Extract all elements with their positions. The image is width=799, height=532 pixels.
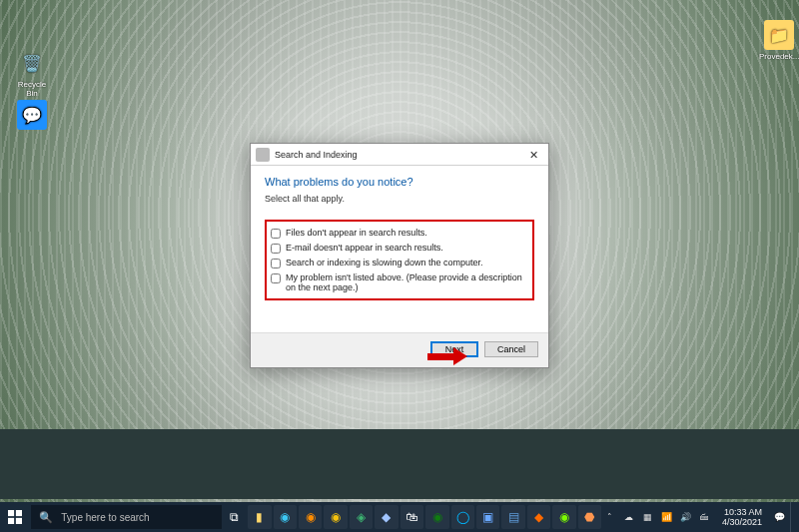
taskbar-app-10[interactable]: ▣	[476, 505, 499, 529]
tray-chevron-icon[interactable]: ˄	[602, 512, 618, 522]
close-icon: ✕	[529, 149, 538, 161]
taskbar-app-14[interactable]: ⬣	[578, 505, 601, 529]
taskbar-app-13[interactable]: ◉	[552, 505, 575, 529]
dialog-body: What problems do you notice? Select all …	[251, 166, 548, 332]
option-slow-label: Search or indexing is slowing down the c…	[286, 258, 483, 267]
taskbar-app-chrome[interactable]: ◉	[324, 505, 347, 529]
tray-network-icon[interactable]: 📶	[659, 512, 675, 522]
dialog-subtext: Select all that apply.	[265, 194, 534, 204]
svg-rect-0	[8, 510, 14, 516]
option-files-checkbox[interactable]	[271, 229, 281, 239]
tray-language-icon[interactable]: 🖮	[697, 512, 713, 522]
dialog-heading: What problems do you notice?	[265, 176, 534, 188]
taskbar-app-cortana[interactable]: ◯	[451, 505, 474, 529]
search-icon: 🔍	[39, 511, 53, 524]
search-placeholder: Type here to search	[61, 512, 214, 523]
taskbar-app-explorer[interactable]: ▮	[248, 505, 271, 529]
show-desktop-button[interactable]	[790, 502, 795, 532]
cancel-button[interactable]: Cancel	[484, 341, 538, 357]
svg-rect-1	[16, 510, 22, 516]
recycle-bin-label: Recycle Bin	[12, 80, 52, 98]
annotation-arrow	[427, 347, 469, 365]
taskbar-app-11[interactable]: ▤	[501, 505, 524, 529]
speech-bubble-icon: 💬	[17, 100, 47, 130]
dialog-titlebar[interactable]: Search and Indexing ✕	[251, 144, 548, 166]
close-button[interactable]: ✕	[518, 145, 548, 165]
arrow-shaft	[427, 353, 453, 360]
dialog-title: Search and Indexing	[275, 150, 518, 160]
tray-app-icon[interactable]: ▦	[640, 512, 656, 522]
folder-icon: 📁	[764, 20, 794, 50]
clock-time: 10:33 AM	[722, 507, 762, 517]
taskbar-clock[interactable]: 10:33 AM 4/30/2021	[716, 507, 768, 527]
chat-app-icon[interactable]: 💬	[12, 100, 52, 132]
trash-icon: 🗑️	[17, 48, 47, 78]
option-other-checkbox[interactable]	[271, 273, 281, 283]
tray-volume-icon[interactable]: 🔊	[678, 512, 694, 522]
taskbar-app-xbox[interactable]: ◉	[425, 505, 448, 529]
option-slow[interactable]: Search or indexing is slowing down the c…	[271, 256, 528, 270]
option-email-label: E-mail doesn't appear in search results.	[286, 243, 443, 253]
svg-rect-2	[8, 518, 14, 524]
recycle-bin-icon[interactable]: 🗑️ Recycle Bin	[12, 48, 52, 98]
taskbar-app-store[interactable]: 🛍	[400, 505, 423, 529]
taskbar-app-firefox[interactable]: ◉	[299, 505, 322, 529]
option-email[interactable]: E-mail doesn't appear in search results.	[271, 241, 528, 256]
taskbar-app-6[interactable]: ◆	[375, 505, 398, 529]
dialog-footer: Next Cancel	[251, 332, 548, 367]
desktop-folder-label: Provedek...	[759, 52, 799, 61]
troubleshooter-dialog: Search and Indexing ✕ What problems do y…	[250, 143, 549, 368]
notifications-icon[interactable]: 💬	[771, 512, 787, 522]
taskbar-app-5[interactable]: ◈	[350, 505, 373, 529]
app-icon	[256, 148, 270, 162]
windows-logo-icon	[8, 510, 22, 524]
taskbar-search[interactable]: 🔍 Type here to search	[31, 505, 222, 529]
taskbar-app-edge[interactable]: ◉	[274, 505, 297, 529]
option-other-label: My problem isn't listed above. (Please p…	[286, 272, 528, 292]
option-slow-checkbox[interactable]	[271, 259, 281, 268]
tray-onedrive-icon[interactable]: ☁	[621, 512, 637, 522]
desktop: 🗑️ Recycle Bin 💬 📁 Provedek... Search an…	[0, 0, 799, 532]
desktop-folder-icon[interactable]: 📁 Provedek...	[759, 20, 799, 61]
taskbar: 🔍 Type here to search ⧉ ▮ ◉ ◉ ◉ ◈ ◆ 🛍 ◉ …	[0, 502, 799, 532]
svg-rect-3	[16, 518, 22, 524]
clock-date: 4/30/2021	[722, 517, 762, 527]
system-tray: ˄ ☁ ▦ 📶 🔊 🖮 10:33 AM 4/30/2021 💬	[602, 502, 799, 532]
taskbar-app-12[interactable]: ◆	[527, 505, 550, 529]
option-files[interactable]: Files don't appear in search results.	[271, 226, 528, 241]
option-other[interactable]: My problem isn't listed above. (Please p…	[271, 270, 528, 294]
arrow-head-icon	[453, 347, 467, 365]
options-highlight: Files don't appear in search results. E-…	[265, 220, 534, 300]
task-view-button[interactable]: ⧉	[223, 505, 246, 529]
option-files-label: Files don't appear in search results.	[286, 228, 427, 238]
option-email-checkbox[interactable]	[271, 244, 281, 254]
start-button[interactable]	[0, 502, 29, 532]
